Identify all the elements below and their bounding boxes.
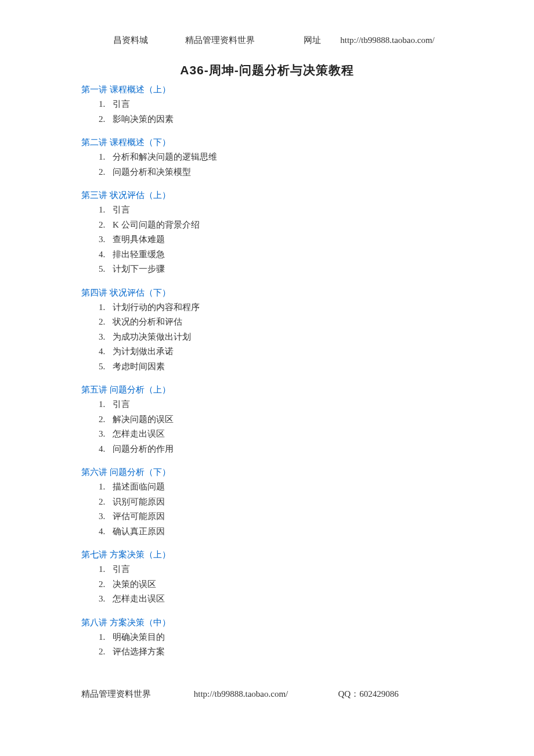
item-number: 2. bbox=[99, 645, 113, 660]
item-number: 3. bbox=[99, 232, 113, 247]
list-item: 1.引言 bbox=[99, 397, 464, 412]
section-heading[interactable]: 第四讲 状况评估（下） bbox=[81, 287, 464, 298]
item-text: 问题分析的作用 bbox=[113, 444, 174, 453]
item-number: 3. bbox=[99, 509, 113, 524]
toc-section: 第六讲 问题分析（下）1.描述面临问题2.识别可能原因3.评估可能原因4.确认真… bbox=[81, 467, 464, 539]
item-number: 3. bbox=[99, 330, 113, 345]
list-item: 1.分析和解决问题的逻辑思维 bbox=[99, 150, 464, 165]
list-item: 2.影响决策的因素 bbox=[99, 112, 464, 127]
item-text: 怎样走出误区 bbox=[113, 594, 165, 603]
page-footer: 精品管理资料世界 http://tb99888.taobao.com/ QQ：6… bbox=[0, 689, 534, 700]
footer-brand: 精品管理资料世界 bbox=[81, 689, 192, 700]
document-title: A36-周坤-问题分析与决策教程 bbox=[0, 62, 534, 78]
section-heading[interactable]: 第六讲 问题分析（下） bbox=[81, 467, 464, 478]
item-number: 2. bbox=[99, 218, 113, 233]
item-text: 问题分析和决策模型 bbox=[113, 167, 191, 177]
section-items: 1.描述面临问题2.识别可能原因3.评估可能原因4.确认真正原因 bbox=[81, 480, 464, 539]
list-item: 5.考虑时间因素 bbox=[99, 359, 464, 375]
item-text: 引言 bbox=[113, 205, 130, 214]
page-header: 昌资料城 精品管理资料世界 网址 http://tb99888.taobao.c… bbox=[0, 35, 534, 46]
item-text: 分析和解决问题的逻辑思维 bbox=[113, 152, 217, 161]
item-text: 识别可能原因 bbox=[113, 497, 165, 506]
list-item: 1.引言 bbox=[99, 562, 464, 577]
item-text: 排出轻重缓急 bbox=[113, 250, 165, 259]
list-item: 3.评估可能原因 bbox=[99, 509, 464, 524]
toc-section: 第八讲 方案决策（中）1.明确决策目的2.评估选择方案 bbox=[81, 617, 464, 660]
section-items: 1.引言2.决策的误区3.怎样走出误区 bbox=[81, 562, 464, 607]
section-items: 1.分析和解决问题的逻辑思维2.问题分析和决策模型 bbox=[81, 150, 464, 179]
item-number: 5. bbox=[99, 262, 113, 277]
list-item: 3.查明具体难题 bbox=[99, 232, 464, 247]
list-item: 3.怎样走出误区 bbox=[99, 592, 464, 607]
item-number: 4. bbox=[99, 442, 113, 457]
item-text: 为计划做出承诺 bbox=[113, 347, 174, 356]
list-item: 4.问题分析的作用 bbox=[99, 442, 464, 457]
section-items: 1.引言2.解决问题的误区3.怎样走出误区4.问题分析的作用 bbox=[81, 397, 464, 456]
item-text: 为成功决策做出计划 bbox=[113, 332, 191, 341]
list-item: 2.解决问题的误区 bbox=[99, 412, 464, 427]
list-item: 3.为成功决策做出计划 bbox=[99, 330, 464, 345]
item-number: 3. bbox=[99, 592, 113, 607]
toc-section: 第三讲 状况评估（上）1.引言2.K 公司问题的背景介绍3.查明具体难题4.排出… bbox=[81, 190, 464, 277]
toc-section: 第四讲 状况评估（下）1.计划行动的内容和程序2.状况的分析和评估3.为成功决策… bbox=[81, 287, 464, 375]
footer-url: http://tb99888.taobao.com/ bbox=[194, 689, 336, 699]
footer-qq: 602429086 bbox=[359, 689, 399, 699]
item-text: 确认真正原因 bbox=[113, 527, 165, 536]
section-heading[interactable]: 第三讲 状况评估（上） bbox=[81, 190, 464, 201]
item-text: 描述面临问题 bbox=[113, 482, 165, 491]
item-text: 状况的分析和评估 bbox=[113, 317, 182, 326]
item-number: 2. bbox=[99, 495, 113, 510]
list-item: 4.为计划做出承诺 bbox=[99, 344, 464, 359]
item-text: 引言 bbox=[113, 399, 130, 409]
section-items: 1.明确决策目的2.评估选择方案 bbox=[81, 630, 464, 660]
item-text: 评估可能原因 bbox=[113, 512, 165, 521]
item-text: 明确决策目的 bbox=[113, 632, 165, 642]
item-text: 考虑时间因素 bbox=[113, 362, 165, 371]
list-item: 2.识别可能原因 bbox=[99, 495, 464, 510]
section-heading[interactable]: 第八讲 方案决策（中） bbox=[81, 617, 464, 628]
section-heading[interactable]: 第一讲 课程概述（上） bbox=[81, 84, 464, 95]
list-item: 1.引言 bbox=[99, 203, 464, 218]
item-number: 1. bbox=[99, 397, 113, 412]
toc-section: 第五讲 问题分析（上）1.引言2.解决问题的误区3.怎样走出误区4.问题分析的作… bbox=[81, 384, 464, 456]
list-item: 4.排出轻重缓急 bbox=[99, 247, 464, 262]
list-item: 1.计划行动的内容和程序 bbox=[99, 300, 464, 315]
item-number: 5. bbox=[99, 359, 113, 375]
item-text: 查明具体难题 bbox=[113, 235, 165, 244]
list-item: 2.问题分析和决策模型 bbox=[99, 165, 464, 180]
document-page: 昌资料城 精品管理资料世界 网址 http://tb99888.taobao.c… bbox=[0, 0, 534, 723]
section-heading[interactable]: 第七讲 方案决策（上） bbox=[81, 549, 464, 560]
item-number: 3. bbox=[99, 427, 113, 442]
section-items: 1.计划行动的内容和程序2.状况的分析和评估3.为成功决策做出计划4.为计划做出… bbox=[81, 300, 464, 375]
toc-content: 第一讲 课程概述（上）1.引言2.影响决策的因素第二讲 课程概述（下）1.分析和… bbox=[0, 84, 534, 660]
list-item: 1.引言 bbox=[99, 97, 464, 112]
item-text: 影响决策的因素 bbox=[113, 114, 174, 124]
list-item: 4.确认真正原因 bbox=[99, 524, 464, 539]
section-items: 1.引言2.影响决策的因素 bbox=[81, 97, 464, 127]
list-item: 2.K 公司问题的背景介绍 bbox=[99, 218, 464, 233]
item-number: 2. bbox=[99, 412, 113, 427]
header-brand: 昌资料城 bbox=[113, 35, 183, 46]
item-text: 计划行动的内容和程序 bbox=[113, 303, 200, 312]
toc-section: 第一讲 课程概述（上）1.引言2.影响决策的因素 bbox=[81, 84, 464, 127]
item-number: 1. bbox=[99, 630, 113, 645]
section-heading[interactable]: 第五讲 问题分析（上） bbox=[81, 384, 464, 395]
item-number: 4. bbox=[99, 344, 113, 359]
item-number: 2. bbox=[99, 577, 113, 592]
item-number: 1. bbox=[99, 203, 113, 218]
toc-section: 第二讲 课程概述（下）1.分析和解决问题的逻辑思维2.问题分析和决策模型 bbox=[81, 137, 464, 179]
item-number: 1. bbox=[99, 150, 113, 165]
item-number: 4. bbox=[99, 247, 113, 262]
item-text: K 公司问题的背景介绍 bbox=[113, 220, 200, 229]
section-heading[interactable]: 第二讲 课程概述（下） bbox=[81, 137, 464, 148]
item-number: 4. bbox=[99, 524, 113, 539]
item-number: 1. bbox=[99, 480, 113, 495]
list-item: 2.评估选择方案 bbox=[99, 645, 464, 660]
list-item: 1.明确决策目的 bbox=[99, 630, 464, 645]
header-tagline: 精品管理资料世界 bbox=[185, 35, 301, 46]
footer-qq-label: QQ： bbox=[338, 689, 360, 700]
item-text: 怎样走出误区 bbox=[113, 429, 165, 438]
item-number: 2. bbox=[99, 165, 113, 180]
toc-section: 第七讲 方案决策（上）1.引言2.决策的误区3.怎样走出误区 bbox=[81, 549, 464, 607]
item-text: 引言 bbox=[113, 564, 130, 574]
